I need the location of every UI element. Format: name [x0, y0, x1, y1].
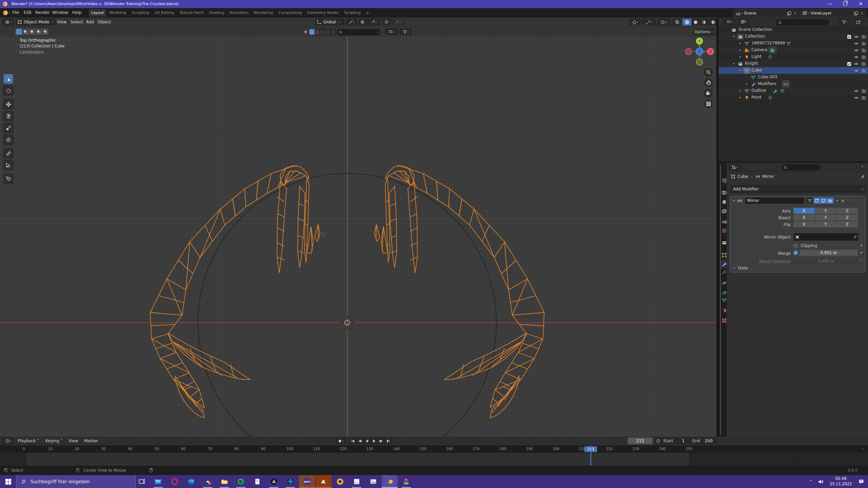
timeline-ruler[interactable]: 0102030405060708090100110120130140150160…: [0, 446, 868, 453]
play-button[interactable]: [371, 438, 378, 444]
taskbar-app-task-view[interactable]: [134, 475, 150, 488]
bisect-x-button[interactable]: X: [793, 215, 815, 221]
hide-viewport-icon[interactable]: [854, 61, 859, 66]
select-box-tool[interactable]: [3, 74, 13, 84]
outliner-row[interactable]: 1669073278899: [718, 40, 868, 47]
tab-modeling[interactable]: Modeling: [107, 9, 129, 17]
play-reverse-button[interactable]: [363, 438, 371, 444]
timeline-body[interactable]: [0, 453, 868, 466]
timeline-type-button[interactable]: ▾: [2, 438, 14, 444]
outliner-item-label[interactable]: 1669073278899: [751, 41, 785, 45]
outliner-row[interactable]: Cube.003: [718, 74, 868, 81]
gizmos-toggle-dropdown[interactable]: ▾: [642, 19, 656, 25]
move-tool[interactable]: [3, 99, 13, 109]
panel-expand-icon[interactable]: ▾: [733, 199, 735, 202]
hide-viewport-icon[interactable]: [854, 48, 859, 53]
add-modifier-button[interactable]: Add Modifier▾: [730, 185, 866, 193]
disclosure-closed-icon[interactable]: [738, 55, 742, 59]
sidebar-collapse-arrow[interactable]: ‹: [711, 39, 713, 44]
tab-layout[interactable]: Layout: [89, 9, 106, 17]
disable-render-icon[interactable]: [861, 41, 866, 46]
modifier-drag-handle[interactable]: ::::: [847, 199, 852, 202]
outliner-row[interactable]: Cube: [718, 67, 868, 74]
xray-toggle-button[interactable]: [673, 19, 682, 25]
tab-material[interactable]: [722, 308, 727, 313]
tab-render[interactable]: [722, 190, 727, 195]
viewport-menu-add[interactable]: Add: [86, 20, 94, 24]
timeline-menu-marker[interactable]: Marker: [84, 439, 98, 443]
disable-render-icon[interactable]: [861, 88, 866, 94]
annotate-tool[interactable]: [3, 148, 13, 158]
outliner-row[interactable]: Outline: [718, 87, 868, 94]
timeline-menu-view[interactable]: View: [68, 439, 78, 443]
notifications-icon[interactable]: [858, 479, 864, 485]
taskbar-app-photos[interactable]: [365, 475, 381, 488]
disable-render-icon[interactable]: [861, 55, 866, 60]
tab-scene[interactable]: [722, 219, 727, 224]
disclosure-closed-icon[interactable]: [738, 89, 742, 93]
disclosure-closed-icon[interactable]: [738, 96, 742, 99]
tray-time[interactable]: 02:49: [830, 476, 852, 482]
viewport-3d[interactable]: Top Orthographic(213) Collection | CubeC…: [0, 37, 716, 436]
clipping-checkbox[interactable]: [793, 244, 798, 248]
taskbar-app-opera[interactable]: [167, 475, 183, 488]
outliner-search-field[interactable]: [775, 19, 830, 26]
tab-scripting[interactable]: Scripting: [342, 9, 363, 17]
tab-constraints[interactable]: [722, 290, 727, 296]
visibility-checkbox[interactable]: [847, 34, 852, 39]
scene-selector[interactable]: ▾Scene: [733, 9, 799, 17]
select-mode-button-0[interactable]: [16, 28, 22, 35]
outliner-item-label[interactable]: Knight: [745, 61, 758, 66]
disclosure-open-icon[interactable]: [732, 35, 735, 38]
taskbar-app-dark-app[interactable]: [266, 475, 282, 488]
timeline-menu-keying[interactable]: Keying ˅: [45, 439, 62, 443]
cursor-tool[interactable]: [3, 86, 13, 96]
outliner-item-label[interactable]: Modifiers: [758, 81, 776, 86]
menu-edit[interactable]: Edit: [24, 10, 32, 15]
proportional-edit-toggle[interactable]: [382, 19, 391, 25]
filter-tree-dropdown[interactable]: ▾: [385, 28, 398, 35]
viewlayer-name[interactable]: ViewLayer: [811, 11, 832, 16]
tool-mode-button-3[interactable]: [325, 29, 331, 35]
tab-world[interactable]: [722, 228, 727, 233]
editor-type-button[interactable]: ▾: [2, 19, 14, 25]
properties-type-button[interactable]: ▾: [728, 164, 741, 170]
current-frame-field[interactable]: 213: [628, 438, 653, 444]
hide-viewport-icon[interactable]: [854, 68, 859, 73]
disable-render-icon[interactable]: [861, 48, 866, 53]
tab-output[interactable]: [722, 199, 727, 205]
bisect-y-button[interactable]: Y: [815, 215, 836, 221]
hide-viewport-icon[interactable]: [854, 55, 859, 60]
menu-render[interactable]: Render: [35, 10, 50, 15]
taskbar-app-mail[interactable]: [150, 475, 166, 488]
maximize-button[interactable]: [838, 2, 853, 6]
gizmo-axis-x-neg[interactable]: [685, 48, 692, 55]
previous-keyframe-button[interactable]: [356, 438, 363, 444]
disclosure-closed-icon[interactable]: [738, 48, 742, 52]
modifier-edit-mode-toggle[interactable]: [807, 198, 813, 204]
gizmo-axis-y-neg[interactable]: [696, 59, 703, 65]
outliner-display-mode-dropdown[interactable]: ▾: [737, 19, 750, 25]
clipping-anim-dot[interactable]: [861, 245, 862, 246]
playhead-frame-badge[interactable]: 213: [584, 446, 597, 452]
close-button[interactable]: ✕: [853, 1, 868, 6]
tab-geometry-nodes[interactable]: Geometry Nodes: [305, 9, 341, 17]
tab-modifiers[interactable]: [722, 261, 727, 267]
scene-unlink-icon[interactable]: [793, 11, 797, 16]
outliner-row[interactable]: Point: [718, 94, 868, 101]
end-frame-value[interactable]: 250: [705, 439, 713, 443]
blender-menu-icon[interactable]: [3, 10, 8, 16]
transform-orientation-dropdown[interactable]: Global▾: [315, 19, 344, 25]
select-mode-button-4[interactable]: [42, 28, 49, 35]
select-mode-button-1[interactable]: [22, 28, 29, 35]
outliner-filter-dropdown[interactable]: ▾: [838, 19, 851, 25]
modifier-name-field[interactable]: Mirror: [745, 197, 805, 204]
measure-tool[interactable]: [3, 160, 13, 170]
tab-compositing[interactable]: Compositing: [276, 9, 304, 17]
modifier-extras-chevron[interactable]: ▾: [836, 199, 838, 202]
viewlayer-unlink-icon[interactable]: [860, 11, 864, 16]
tab-tool[interactable]: [722, 178, 727, 183]
rotate-tool[interactable]: [3, 111, 13, 121]
disable-render-icon[interactable]: [861, 68, 866, 73]
axis-x-button[interactable]: X: [793, 208, 815, 214]
